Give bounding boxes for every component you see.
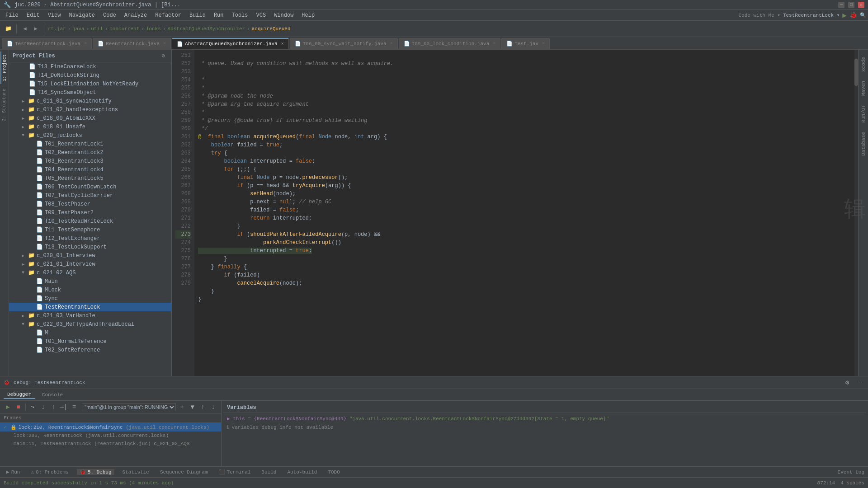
step-into-btn[interactable]: ↓ bbox=[39, 403, 47, 412]
tree-item-testreentrantlock-selected[interactable]: 📄TestReentrantLock bbox=[9, 303, 171, 311]
tree-item-mlock[interactable]: 📄MLock bbox=[9, 286, 171, 294]
breadcrumb-java[interactable]: java bbox=[72, 26, 84, 32]
terminal-tab[interactable]: ⬛ Terminal bbox=[216, 469, 254, 475]
menu-edit[interactable]: Edit bbox=[23, 11, 43, 19]
stop-btn[interactable]: ■ bbox=[14, 403, 23, 412]
tree-folder-c021-03[interactable]: ▶📁c_021_03_VarHandle bbox=[9, 311, 171, 320]
close-button[interactable]: ✕ bbox=[858, 2, 864, 8]
menu-build[interactable]: Build bbox=[186, 11, 209, 19]
code-with-me-button[interactable]: Code with Me ▾ bbox=[738, 12, 780, 18]
tree-item-t01norm[interactable]: 📄T01_NormalReference bbox=[9, 337, 171, 346]
tree-item-t14[interactable]: 📄T14_DoNotLockString bbox=[9, 71, 171, 80]
tree-folder-c011-01[interactable]: ▶📁c_011_01_syncwaitnotify bbox=[9, 97, 171, 105]
tree-item-t05[interactable]: 📄T05_ReentrantLock5 bbox=[9, 174, 171, 183]
code-text[interactable]: * queue. Used by condition wait methods … bbox=[194, 50, 858, 376]
tree-folder-c020[interactable]: ▼📁c_020_juclocks bbox=[9, 131, 171, 140]
tree-item-t12[interactable]: 📄T12_TestExchanger bbox=[9, 234, 171, 243]
search-button[interactable]: 🔍 bbox=[860, 12, 866, 18]
resume-btn[interactable]: ▶ bbox=[4, 403, 12, 412]
tree-item-t13lock[interactable]: 📄T13_TestLockSupport bbox=[9, 243, 171, 251]
tab-t09[interactable]: 📄 T09_00_lock_condition.java × bbox=[399, 38, 501, 49]
menu-window[interactable]: Window bbox=[270, 11, 297, 19]
run-to-cursor-btn[interactable]: →| bbox=[59, 403, 68, 412]
project-tree-btn[interactable]: 📁 bbox=[4, 24, 13, 33]
database-tab-btn[interactable]: Database bbox=[860, 128, 867, 160]
menu-code[interactable]: Code bbox=[99, 11, 120, 19]
maven-tab-btn[interactable]: Maven bbox=[860, 77, 867, 99]
tree-folder-c021-02[interactable]: ▼📁c_021_02_AQS bbox=[9, 268, 171, 277]
debugger-tab[interactable]: Debugger bbox=[4, 391, 35, 399]
tree-folder-c021-01[interactable]: ▶📁c_021_01_Interview bbox=[9, 260, 171, 268]
frame-item-0[interactable]: ✓ 🔒 lock:210, ReentrantLock$NonfairSync … bbox=[0, 423, 221, 432]
evaluate-btn[interactable]: ≡ bbox=[70, 403, 78, 412]
tree-item-t09phaser[interactable]: 📄T09_TestPhaser2 bbox=[9, 208, 171, 217]
add-frame-btn[interactable]: + bbox=[178, 403, 186, 412]
menu-vcs[interactable]: VCS bbox=[253, 11, 270, 19]
event-log-btn[interactable]: Event Log bbox=[838, 469, 864, 475]
forward-btn[interactable]: ▶ bbox=[31, 24, 40, 33]
tree-item-t02[interactable]: 📄T02_ReentrantLock2 bbox=[9, 148, 171, 157]
menu-run[interactable]: Run bbox=[210, 11, 227, 19]
tree-folder-c022[interactable]: ▼📁c_022_03_RefTypeAndThreadLocal bbox=[9, 320, 171, 328]
menu-file[interactable]: File bbox=[2, 11, 22, 19]
debug-minimize-btn[interactable]: — bbox=[855, 378, 864, 387]
step-over-btn[interactable]: ↷ bbox=[28, 403, 37, 412]
tree-item-t01[interactable]: 📄T01_ReentrantLock1 bbox=[9, 140, 171, 148]
scrollbar[interactable] bbox=[854, 50, 858, 376]
run-button[interactable]: ▶ bbox=[842, 11, 847, 20]
tree-item-t16[interactable]: 📄T16_SyncSameObject bbox=[9, 88, 171, 97]
tree-folder-c018-01[interactable]: ▶📁c_018_01_Unsafe bbox=[9, 122, 171, 131]
tree-item-t03[interactable]: 📄T03_ReentrantLock3 bbox=[9, 157, 171, 165]
tree-item-main[interactable]: 📄Main bbox=[9, 277, 171, 286]
tree-item-t11[interactable]: 📄T11_TestSemaphore bbox=[9, 225, 171, 234]
frame-item-2[interactable]: main:11, TestReentrantLock (reentrantlqc… bbox=[0, 440, 221, 448]
auto-build-tab[interactable]: Auto-build bbox=[284, 469, 320, 475]
breadcrumb-method[interactable]: acquireQueued bbox=[252, 26, 291, 32]
statistic-tab[interactable]: Statistic bbox=[120, 469, 152, 475]
debug-button[interactable]: 🐞 bbox=[849, 11, 857, 19]
tree-item-t07[interactable]: 📄T07_TestCyclicBarrier bbox=[9, 191, 171, 200]
tree-item-t13[interactable]: 📄T13_FineCoarseLock bbox=[9, 62, 171, 71]
tab-abstractqueuedsynchronizer[interactable]: 📄 AbstractQueuedSynchronizer.java × bbox=[172, 38, 289, 49]
problems-tab[interactable]: ⚠ 0: Problems bbox=[28, 469, 71, 475]
debug-settings-btn[interactable]: ⚙ bbox=[843, 378, 852, 387]
xcode-tab-btn[interactable]: xcode bbox=[860, 53, 867, 75]
menu-view[interactable]: View bbox=[44, 11, 65, 19]
tree-item-sync[interactable]: 📄Sync bbox=[9, 294, 171, 303]
tree-folder-c011-02[interactable]: ▶📁c_011_02_handleexceptions bbox=[9, 105, 171, 114]
console-tab[interactable]: Console bbox=[38, 391, 66, 399]
todo-tab[interactable]: TODO bbox=[325, 469, 342, 475]
sidebar-gear-icon[interactable]: ⚙ bbox=[159, 52, 168, 61]
tree-item-t10[interactable]: 📄T10_TestReadWriteLock bbox=[9, 217, 171, 225]
tab-testjav[interactable]: 📄 Test.jav × bbox=[501, 38, 550, 49]
structure-tab-btn[interactable]: 2: Structure bbox=[1, 86, 8, 124]
tree-item-t06count[interactable]: 📄T06_TestCountDownLatch bbox=[9, 183, 171, 191]
breadcrumb-util[interactable]: util bbox=[91, 26, 103, 32]
step-out-btn[interactable]: ↑ bbox=[49, 403, 58, 412]
tree-item-t04[interactable]: 📄T04_ReentrantLock4 bbox=[9, 165, 171, 174]
tab-testreentrantlock[interactable]: 📄 TestReentrantLock.java × bbox=[2, 38, 92, 49]
menu-analyze[interactable]: Analyze bbox=[121, 11, 151, 19]
debug-status-tab[interactable]: 🐞 5: Debug bbox=[77, 469, 114, 475]
thread-selector[interactable]: "main"@1 in group "main": RUNNING bbox=[82, 403, 176, 411]
tree-item-t02soft[interactable]: 📄T02_SoftReference bbox=[9, 346, 171, 354]
frame-item-1[interactable]: lock:205, ReentrantLock (java.util.concu… bbox=[0, 432, 221, 440]
menu-help[interactable]: Help bbox=[298, 11, 318, 19]
breadcrumb-rtjar[interactable]: rt.jar bbox=[48, 26, 66, 32]
tree-item-m[interactable]: 📄M bbox=[9, 328, 171, 337]
tab-t06[interactable]: 📄 T06_00_sync_wait_notify.java × bbox=[290, 38, 398, 49]
tree-item-t15[interactable]: 📄T15_LockElimination_NotYetReady bbox=[9, 80, 171, 88]
down-frame-btn[interactable]: ↓ bbox=[209, 403, 217, 412]
menu-tools[interactable]: Tools bbox=[228, 11, 252, 19]
tree-item-t08[interactable]: 📄T08_TestPhaser bbox=[9, 200, 171, 208]
breadcrumb-locks[interactable]: locks bbox=[146, 26, 161, 32]
menu-refactor[interactable]: Refactor bbox=[151, 11, 185, 19]
up-frame-btn[interactable]: ↑ bbox=[198, 403, 207, 412]
breadcrumb-concurrent[interactable]: concurrent bbox=[109, 26, 139, 32]
tree-folder-c018-00[interactable]: ▶📁c_018_00_AtomicXXX bbox=[9, 114, 171, 122]
project-tab-btn[interactable]: 1: Project bbox=[0, 52, 8, 84]
breadcrumb-class[interactable]: AbstractQueuedSynchronizer bbox=[168, 26, 245, 32]
menu-navigate[interactable]: Navigate bbox=[65, 11, 99, 19]
run-status-tab[interactable]: ▶ Run bbox=[4, 469, 23, 475]
build-tab[interactable]: Build bbox=[259, 469, 279, 475]
